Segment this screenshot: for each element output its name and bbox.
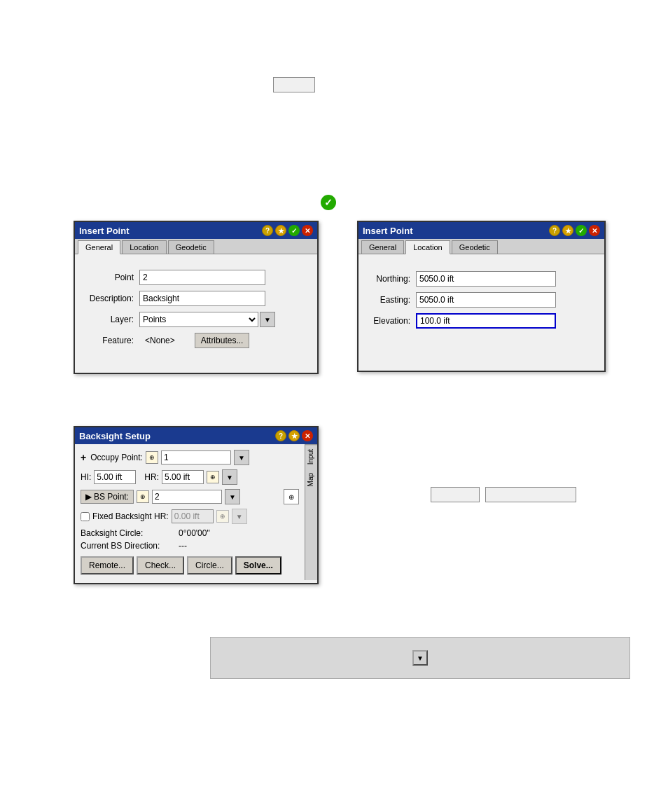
hr-label: HR: [144,472,159,482]
dialog-1-icons: ? ★ ✓ ✕ [262,225,313,236]
close-icon[interactable]: ✕ [302,225,313,236]
top-button[interactable] [273,77,315,92]
feature-value: <None> [145,336,175,345]
help-icon-2[interactable]: ? [549,225,560,236]
northing-input[interactable] [416,271,556,287]
bs-point-button[interactable]: ▶ BS Point: [81,490,134,504]
occupy-point-row: + Occupy Point: ⊕ ▼ [81,450,299,465]
bs-dropdown-btn[interactable]: ▼ [225,489,240,504]
fixed-bs-icon: ⊕ [216,510,229,523]
easting-input[interactable] [416,292,556,308]
insert-point-dialog-1: Insert Point ? ★ ✓ ✕ General Location Ge… [74,221,319,374]
elevation-label: Elevation: [367,316,416,326]
dialog-1-body: Point Description: Layer: Points ▼ Featu… [75,254,317,373]
feature-row: Feature: <None> Attributes... [83,333,309,348]
elevation-row: Elevation: [367,313,596,329]
tab-location[interactable]: Location [122,240,167,254]
description-row: Description: [83,291,309,306]
hr-icon: ⊕ [207,471,219,483]
point-input[interactable] [139,270,265,285]
bs-close-icon[interactable]: ✕ [302,430,313,441]
hr-input[interactable] [162,470,204,484]
mid-button-1[interactable] [431,487,480,502]
dialog-2-body: Northing: Easting: Elevation: [359,254,604,371]
dialog-2-title: Insert Point [363,226,413,236]
layer-label: Layer: [83,315,139,324]
map-tab[interactable]: Map [305,469,317,490]
bs-point-row: ▶ BS Point: ⊕ ▼ ⊕ [81,489,299,504]
bs-circle-value: 0°00'00" [179,528,210,538]
mid-button-2[interactable] [485,487,576,502]
solve-button[interactable]: Solve... [235,556,281,574]
bs-direction-row: Current BS Direction: --- [81,541,299,551]
feature-label: Feature: [83,336,139,345]
bs-help-icon[interactable]: ? [275,430,286,441]
fixed-bs-row: Fixed Backsight HR: ⊕ ▼ [81,509,299,524]
mid-buttons-area [431,487,576,502]
layer-row: Layer: Points ▼ [83,312,309,327]
check-button[interactable]: Check... [137,556,184,574]
ok-icon-2[interactable]: ✓ [576,225,587,236]
backsight-dialog: Backsight Setup ? ★ ✕ + Occupy Point: ⊕ … [74,426,319,584]
fixed-bs-checkbox[interactable] [81,512,90,521]
backsight-icons: ? ★ ✕ [275,430,313,441]
input-tab[interactable]: Input [305,444,317,469]
bs-point-input[interactable] [152,490,222,504]
hr-dropdown-btn[interactable]: ▼ [222,469,237,485]
bs-circle-row: Backsight Circle: 0°00'00" [81,528,299,538]
help-icon[interactable]: ? [262,225,273,236]
dialog-2-icons: ? ★ ✓ ✕ [549,225,600,236]
easting-row: Easting: [367,292,596,308]
bs-map-icon[interactable]: ⊕ [284,489,299,504]
occupy-point-input[interactable] [161,450,231,465]
bottom-dropdown-btn[interactable]: ▼ [412,650,428,666]
dialog-1-title: Insert Point [79,226,130,236]
dialog-1-tabs: General Location Geodetic [75,239,317,254]
layer-select[interactable]: Points [139,312,258,327]
insert-point-dialog-2: Insert Point ? ★ ✓ ✕ General Location Ge… [357,221,606,372]
fixed-bs-label: Fixed Backsight HR: [92,511,169,521]
northing-label: Northing: [367,274,416,284]
layer-select-row: Points ▼ [139,312,275,327]
bottom-bar: ▼ [210,637,630,679]
point-label: Point [83,273,139,282]
backsight-body: + Occupy Point: ⊕ ▼ HI: HR: ⊕ ▼ ▶ BS Poi… [75,444,305,580]
favorite-icon-2[interactable]: ★ [562,225,573,236]
backsight-content: + Occupy Point: ⊕ ▼ HI: HR: ⊕ ▼ ▶ BS Poi… [75,444,317,580]
hi-label: HI: [81,472,91,482]
occupy-dropdown-btn[interactable]: ▼ [234,450,249,465]
bs-action-buttons: Remote... Check... Circle... Solve... [81,556,299,574]
description-label: Description: [83,294,139,303]
bs-direction-label: Current BS Direction: [81,541,179,551]
circle-button[interactable]: Circle... [187,556,232,574]
description-input[interactable] [139,291,265,306]
occupy-point-icon: ⊕ [146,451,158,464]
bs-favorite-icon[interactable]: ★ [288,430,300,441]
tab-general[interactable]: General [78,240,120,254]
tab-geodetic[interactable]: Geodetic [168,240,214,254]
fixed-bs-dropdown[interactable]: ▼ [232,509,247,524]
remote-button[interactable]: Remote... [81,556,134,574]
side-tabs: Input Map [305,444,317,580]
bs-circle-label: Backsight Circle: [81,528,179,538]
layer-dropdown-btn[interactable]: ▼ [260,312,275,327]
dialog-2-titlebar: Insert Point ? ★ ✓ ✕ [359,222,604,239]
dialog-1-titlebar: Insert Point ? ★ ✓ ✕ [75,222,317,239]
dialog-2-tabs: General Location Geodetic [359,239,604,254]
ok-icon[interactable]: ✓ [288,225,300,236]
tab-general-2[interactable]: General [361,240,404,254]
attributes-button[interactable]: Attributes... [195,333,250,348]
tab-location-2[interactable]: Location [405,240,450,254]
tab-geodetic-2[interactable]: Geodetic [452,240,498,254]
plus-icon: + [81,452,86,463]
green-check-icon: ✓ [321,195,336,210]
bs-point-icon: ⊕ [137,490,149,503]
close-icon-2[interactable]: ✕ [589,225,600,236]
dropdown-arrow-icon: ▼ [417,654,424,662]
point-row: Point [83,270,309,285]
bs-direction-value: --- [179,541,187,551]
favorite-icon[interactable]: ★ [275,225,286,236]
backsight-titlebar: Backsight Setup ? ★ ✕ [75,427,317,444]
hi-input[interactable] [94,470,136,484]
elevation-input[interactable] [416,313,556,329]
